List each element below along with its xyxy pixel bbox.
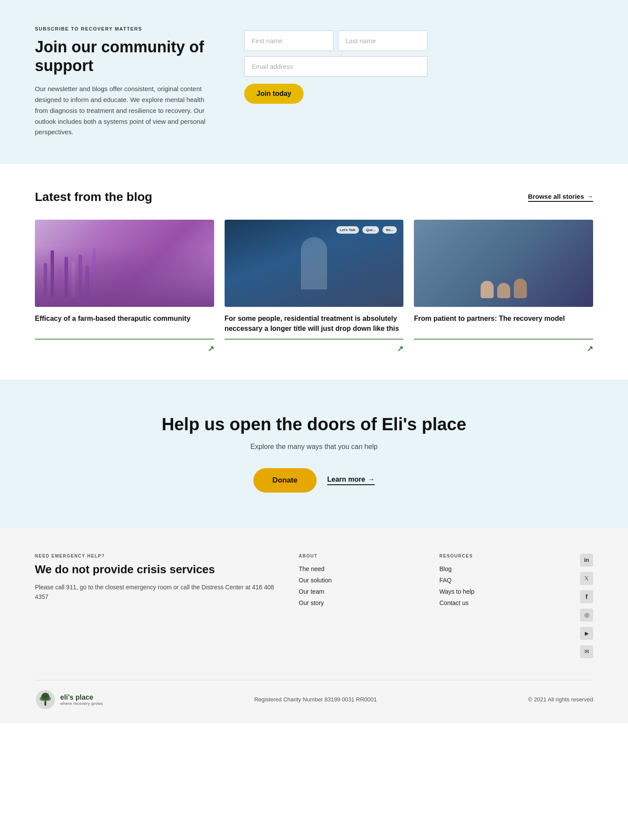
logo-tagline: where recovery grows	[60, 701, 103, 706]
about-link-our-story[interactable]: Our story	[299, 599, 422, 606]
subscribe-form: Join today	[244, 26, 427, 104]
blog-card-footer-2: ↗	[225, 339, 404, 354]
stem-3	[58, 268, 61, 298]
emergency-label: NEED EMERGENCY HELP?	[35, 554, 281, 558]
blog-card-3: From patient to partners: The recovery m…	[414, 220, 593, 354]
twitter-icon[interactable]: 𝕏	[580, 572, 593, 585]
footer-logo: eli's place where recovery grows	[35, 689, 103, 710]
hand-2	[497, 283, 510, 298]
blog-card-image-2: Let's Talk Que... Be...	[225, 220, 404, 307]
browse-all-label: Browse all stories	[528, 193, 584, 200]
instagram-icon[interactable]: ◎	[580, 609, 593, 622]
stem-4	[65, 257, 68, 298]
stem-1	[44, 263, 47, 298]
stem-6	[78, 255, 82, 298]
youtube-icon[interactable]: ▶	[580, 627, 593, 640]
blog-cards: Efficacy of a farm-based theraputic comm…	[35, 220, 593, 354]
about-link-our-solution[interactable]: Our solution	[299, 577, 422, 584]
resources-link-blog[interactable]: Blog	[440, 565, 563, 572]
svg-point-5	[42, 693, 49, 698]
about-link-our-team[interactable]: Our team	[299, 588, 422, 595]
stem-2	[51, 250, 54, 298]
donate-subheading: Explore the many ways that you can help	[35, 443, 593, 451]
footer-emergency: NEED EMERGENCY HELP? We do not provide c…	[35, 554, 281, 658]
subscribe-body: Our newsletter and blogs offer consisten…	[35, 84, 218, 138]
resources-heading: RESOURCES	[440, 554, 563, 558]
donate-section: Help us open the doors of Eli's place Ex…	[0, 380, 628, 527]
resources-link-faq[interactable]: FAQ	[440, 577, 563, 584]
blog-card-2: Let's Talk Que... Be... For some people,…	[225, 220, 404, 354]
blog-section: Latest from the blog Browse all stories …	[0, 164, 628, 380]
subscribe-left: SUBSCRIBE TO RECOVERY MATTERS Join our c…	[35, 26, 218, 138]
about-heading: ABOUT	[299, 554, 422, 558]
email-icon[interactable]: ✉	[580, 645, 593, 658]
learn-more-label: Learn more	[327, 476, 365, 483]
about-link-the-need[interactable]: The need	[299, 565, 422, 572]
learn-more-link[interactable]: Learn more →	[327, 476, 375, 485]
logo-text: eli's place where recovery grows	[60, 694, 103, 706]
emergency-text: Please call 911, go to the closest emerg…	[35, 582, 281, 602]
stem-8	[92, 248, 96, 298]
blog-card-link-3[interactable]: ↗	[587, 344, 593, 354]
hand-1	[481, 281, 494, 298]
subscribe-heading: Join our community of support	[35, 37, 218, 75]
blog-card-footer-1: ↗	[35, 339, 214, 354]
hand-3	[514, 279, 527, 298]
footer: NEED EMERGENCY HELP? We do not provide c…	[0, 527, 628, 723]
bubble-1: Let's Talk	[336, 226, 359, 234]
person-silhouette	[301, 237, 327, 289]
donate-buttons: Donate Learn more →	[35, 468, 593, 493]
last-name-input[interactable]	[338, 31, 427, 51]
join-button[interactable]: Join today	[244, 84, 304, 104]
svg-rect-4	[44, 701, 46, 706]
lavender-image	[35, 220, 214, 307]
donate-button[interactable]: Donate	[253, 468, 317, 493]
blog-card-title-1: Efficacy of a farm-based theraputic comm…	[35, 314, 214, 333]
blog-heading: Latest from the blog	[35, 190, 152, 204]
linkedin-icon[interactable]: in	[580, 554, 593, 567]
logo-name: eli's place	[60, 694, 103, 701]
resources-link-ways-to-help[interactable]: Ways to help	[440, 588, 563, 595]
emergency-heading: We do not provide crisis services	[35, 563, 281, 576]
arrow-right-icon: →	[587, 193, 593, 200]
blog-header: Latest from the blog Browse all stories …	[35, 190, 593, 204]
stem-5	[72, 261, 75, 298]
talk-bubbles: Let's Talk Que... Be...	[336, 226, 397, 234]
footer-about: ABOUT The need Our solution Our team Our…	[299, 554, 422, 658]
footer-resources: RESOURCES Blog FAQ Ways to help Contact …	[440, 554, 563, 658]
subscribe-label: SUBSCRIBE TO RECOVERY MATTERS	[35, 26, 218, 31]
facebook-icon[interactable]: f	[580, 590, 593, 603]
footer-top: NEED EMERGENCY HELP? We do not provide c…	[35, 554, 593, 658]
subscribe-section: SUBSCRIBE TO RECOVERY MATTERS Join our c…	[0, 0, 628, 164]
donate-heading: Help us open the doors of Eli's place	[35, 415, 593, 434]
stem-7	[85, 265, 89, 298]
blog-card-link-1[interactable]: ↗	[208, 344, 214, 354]
footer-social: in 𝕏 f ◎ ▶ ✉	[580, 554, 593, 658]
blog-card-image-3	[414, 220, 593, 307]
resources-link-contact-us[interactable]: Contact us	[440, 599, 563, 606]
footer-copyright: © 2021 All rights reserved	[528, 696, 593, 703]
blog-card-footer-3: ↗	[414, 339, 593, 354]
learn-more-arrow-icon: →	[368, 476, 375, 483]
name-row	[244, 31, 427, 51]
bubble-3: Be...	[382, 226, 397, 234]
footer-charity-number: Registered Charity Number 83199 0031 RR0…	[254, 696, 377, 703]
blog-card-title-2: For some people, residential treatment i…	[225, 314, 404, 333]
blog-card-1: Efficacy of a farm-based theraputic comm…	[35, 220, 214, 354]
browse-all-link[interactable]: Browse all stories →	[528, 193, 593, 202]
blog-card-link-2[interactable]: ↗	[397, 344, 403, 354]
blog-card-image-1	[35, 220, 214, 307]
group-image	[414, 220, 593, 307]
lavender-stems	[35, 220, 214, 307]
footer-bottom: eli's place where recovery grows Registe…	[35, 680, 593, 710]
bubble-2: Que...	[362, 226, 379, 234]
blog-card-title-3: From patient to partners: The recovery m…	[414, 314, 593, 333]
logo-svg	[35, 689, 56, 710]
email-input[interactable]	[244, 56, 427, 77]
first-name-input[interactable]	[244, 31, 334, 51]
talk-image: Let's Talk Que... Be...	[225, 220, 404, 307]
